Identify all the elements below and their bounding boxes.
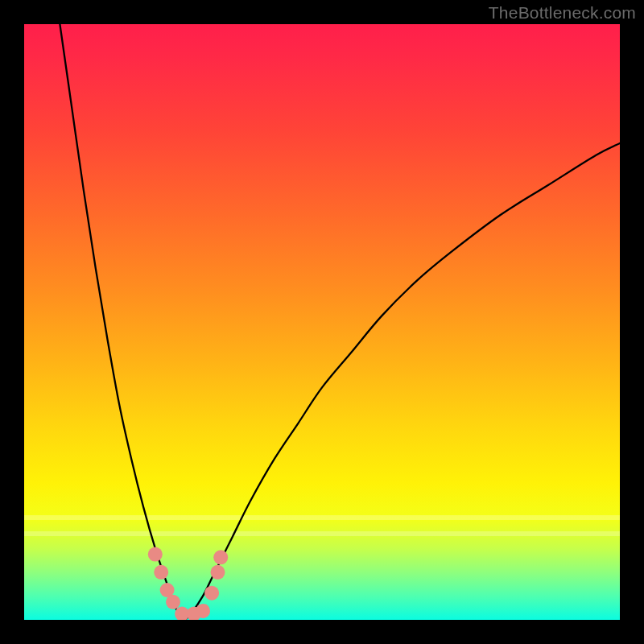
watermark-text: TheBottleneck.com <box>489 3 636 23</box>
marker-dot <box>211 565 225 580</box>
marker-dot <box>166 595 180 609</box>
marker-dot <box>213 550 228 564</box>
marker-dot <box>148 547 163 562</box>
marker-dot <box>204 586 219 601</box>
marker-dot <box>196 604 210 618</box>
outer-frame: TheBottleneck.com <box>0 0 644 644</box>
marker-layer <box>24 24 620 620</box>
marker-dot <box>154 565 168 580</box>
marker-group <box>148 547 228 620</box>
